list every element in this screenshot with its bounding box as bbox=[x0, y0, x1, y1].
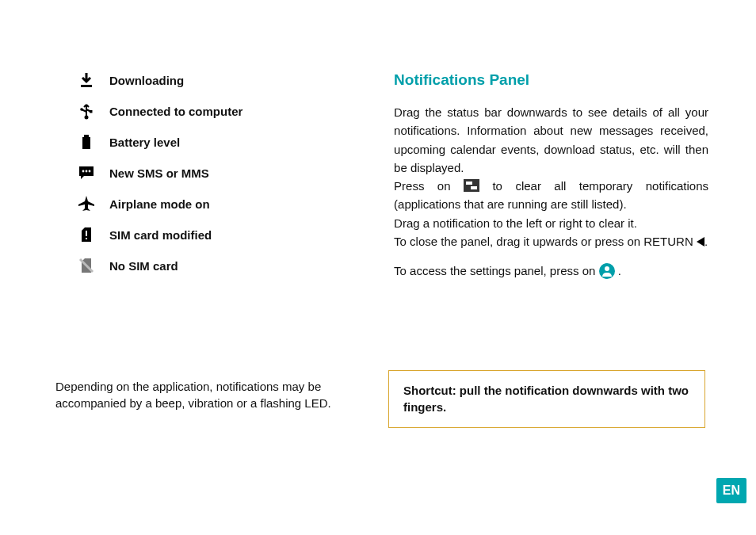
legend-row-sim-modified: SIM card modified bbox=[78, 226, 354, 243]
body-text: Drag the status bar downwards to see det… bbox=[394, 103, 708, 280]
legend-row-airplane: Airplane mode on bbox=[78, 195, 354, 212]
text-fragment: Press on bbox=[394, 179, 464, 193]
svg-rect-10 bbox=[86, 238, 87, 239]
two-column-layout: Downloading Connected to computer Batter… bbox=[55, 71, 708, 280]
airplane-icon bbox=[78, 195, 95, 212]
svg-rect-4 bbox=[84, 135, 89, 137]
download-icon bbox=[78, 71, 95, 89]
legend-label: SIM card modified bbox=[109, 228, 212, 242]
legend-label: Battery level bbox=[109, 136, 180, 149]
legend-row-battery: Battery level bbox=[78, 133, 354, 151]
profile-settings-icon bbox=[599, 263, 615, 279]
shortcut-callout-box: Shortcut: pull the notification downward… bbox=[388, 370, 705, 429]
left-footer-note: Depending on the application, notificati… bbox=[55, 378, 357, 413]
right-column: Notifications Panel Drag the status bar … bbox=[394, 71, 708, 280]
svg-point-7 bbox=[86, 170, 88, 173]
svg-rect-13 bbox=[471, 186, 477, 189]
legend-label: Connected to computer bbox=[109, 105, 242, 118]
svg-point-8 bbox=[89, 170, 91, 173]
paragraph: To access the settings panel, press on . bbox=[394, 262, 708, 280]
sms-icon bbox=[78, 164, 95, 182]
return-icon bbox=[697, 237, 704, 246]
sim-card-alert-icon bbox=[78, 226, 95, 243]
legend-label: New SMS or MMS bbox=[109, 166, 209, 180]
legend-row-no-sim: No SIM card bbox=[78, 257, 354, 274]
icon-legend-list: Downloading Connected to computer Batter… bbox=[78, 71, 354, 274]
no-sim-icon bbox=[78, 257, 95, 274]
svg-rect-0 bbox=[81, 85, 92, 87]
section-heading: Notifications Panel bbox=[394, 71, 708, 89]
legend-label: Airplane mode on bbox=[109, 197, 210, 211]
svg-rect-12 bbox=[466, 182, 472, 185]
clear-all-icon bbox=[464, 179, 479, 192]
text-fragment: . bbox=[618, 264, 621, 277]
battery-icon bbox=[78, 133, 95, 151]
legend-label: Downloading bbox=[109, 74, 184, 87]
svg-rect-5 bbox=[82, 137, 90, 149]
legend-label: No SIM card bbox=[109, 259, 178, 273]
svg-rect-3 bbox=[90, 110, 93, 113]
svg-rect-9 bbox=[86, 231, 87, 236]
paragraph: Press on to clear all temporary notifica… bbox=[394, 177, 708, 214]
paragraph: Drag a notification to the left or right… bbox=[394, 214, 708, 232]
text-fragment: To access the settings panel, press on bbox=[394, 264, 598, 277]
legend-row-usb: Connected to computer bbox=[78, 102, 354, 120]
paragraph: To close the panel, drag it upwards or p… bbox=[394, 232, 708, 250]
usb-icon bbox=[78, 102, 95, 120]
paragraph: Drag the status bar downwards to see det… bbox=[394, 103, 708, 177]
svg-rect-11 bbox=[464, 179, 479, 192]
legend-row-sms: New SMS or MMS bbox=[78, 164, 354, 182]
text-fragment: To close the panel, drag it upwards or p… bbox=[394, 235, 697, 248]
text-fragment: . bbox=[704, 235, 708, 248]
svg-point-6 bbox=[82, 170, 85, 173]
document-page: Downloading Connected to computer Batter… bbox=[0, 0, 756, 535]
svg-point-2 bbox=[80, 108, 83, 111]
left-column: Downloading Connected to computer Batter… bbox=[55, 71, 354, 280]
language-badge: EN bbox=[716, 478, 746, 503]
legend-row-downloading: Downloading bbox=[78, 71, 354, 89]
